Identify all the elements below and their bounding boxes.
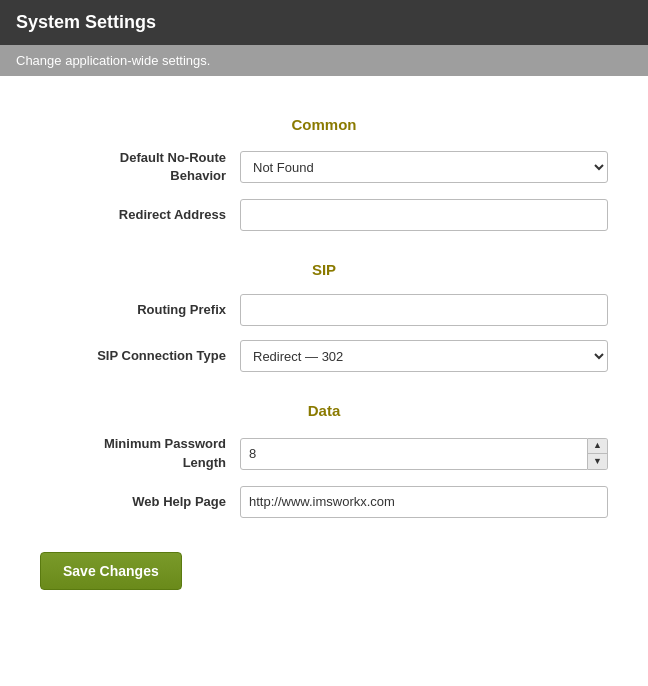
input-redirect-address[interactable]: [240, 199, 608, 231]
spinner-controls: ▲ ▼: [588, 438, 608, 470]
control-redirect-address: [240, 199, 608, 231]
field-routing-prefix: Routing Prefix: [40, 294, 608, 326]
input-minimum-password-length[interactable]: [240, 438, 588, 470]
control-routing-prefix: [240, 294, 608, 326]
field-web-help-page: Web Help Page: [40, 486, 608, 518]
field-default-no-route-behavior: Default No-RouteBehavior Not Found Redir…: [40, 149, 608, 185]
control-sip-connection-type: Redirect — 302 Register Direct: [240, 340, 608, 372]
label-minimum-password-length: Minimum PasswordLength: [40, 435, 240, 471]
page-title: System Settings: [16, 12, 632, 33]
page-subheader: Change application-wide settings.: [0, 45, 648, 76]
save-changes-button[interactable]: Save Changes: [40, 552, 182, 590]
label-routing-prefix: Routing Prefix: [40, 301, 240, 319]
input-web-help-page[interactable]: [240, 486, 608, 518]
label-redirect-address: Redirect Address: [40, 206, 240, 224]
section-data: Data Minimum PasswordLength ▲ ▼ Web Help…: [40, 402, 608, 517]
field-sip-connection-type: SIP Connection Type Redirect — 302 Regis…: [40, 340, 608, 372]
input-routing-prefix[interactable]: [240, 294, 608, 326]
control-web-help-page: [240, 486, 608, 518]
field-redirect-address: Redirect Address: [40, 199, 608, 231]
control-minimum-password-length: ▲ ▼: [240, 438, 608, 470]
label-sip-connection-type: SIP Connection Type: [40, 347, 240, 365]
section-sip-title: SIP: [40, 261, 608, 278]
section-common-title: Common: [40, 116, 608, 133]
select-default-no-route-behavior[interactable]: Not Found Redirect - 302 Pass Through: [240, 151, 608, 183]
select-sip-connection-type[interactable]: Redirect — 302 Register Direct: [240, 340, 608, 372]
spinner-down-button[interactable]: ▼: [588, 454, 607, 469]
control-default-no-route-behavior: Not Found Redirect - 302 Pass Through: [240, 151, 608, 183]
page-subtitle: Change application-wide settings.: [16, 53, 210, 68]
spinner-up-button[interactable]: ▲: [588, 439, 607, 455]
section-common: Common Default No-RouteBehavior Not Foun…: [40, 116, 608, 231]
section-sip: SIP Routing Prefix SIP Connection Type R…: [40, 261, 608, 372]
page-header: System Settings: [0, 0, 648, 45]
field-minimum-password-length: Minimum PasswordLength ▲ ▼: [40, 435, 608, 471]
label-web-help-page: Web Help Page: [40, 493, 240, 511]
section-data-title: Data: [40, 402, 608, 419]
label-default-no-route-behavior: Default No-RouteBehavior: [40, 149, 240, 185]
